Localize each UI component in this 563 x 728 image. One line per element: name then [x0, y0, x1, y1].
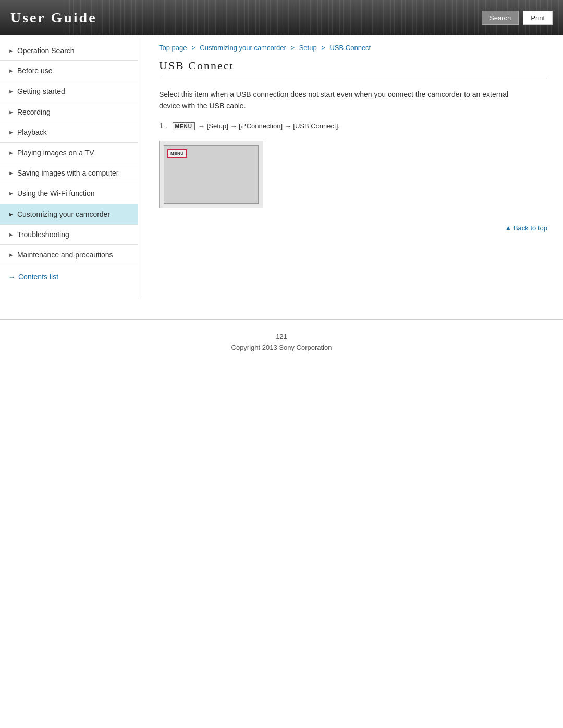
sidebar-item-label: Maintenance and precautions — [17, 250, 113, 260]
sidebar-arrow-icon: ► — [8, 149, 14, 156]
sidebar-arrow-icon: ► — [8, 108, 14, 116]
breadcrumb-sep1: > — [191, 44, 195, 52]
breadcrumb-setup[interactable]: Setup — [299, 44, 317, 52]
sidebar-item-troubleshooting[interactable]: ► Troubleshooting — [0, 225, 138, 245]
sidebar-item-saving-images[interactable]: ► Saving images with a computer — [0, 163, 138, 183]
breadcrumb-sep3: > — [321, 44, 325, 52]
search-button[interactable]: Search — [482, 11, 519, 25]
back-to-top[interactable]: ▲ Back to top — [159, 224, 547, 232]
header-buttons: Search Print — [482, 11, 553, 25]
contents-link-arrow-icon: → — [8, 273, 15, 281]
header: User Guide Search Print — [0, 0, 563, 35]
sidebar-item-label: Playback — [17, 128, 47, 137]
breadcrumb: Top page > Customizing your camcorder > … — [159, 35, 547, 59]
menu-badge: MENU — [173, 122, 195, 130]
sidebar-arrow-icon: ► — [8, 67, 14, 75]
breadcrumb-top[interactable]: Top page — [159, 44, 187, 52]
print-button[interactable]: Print — [523, 11, 553, 25]
sidebar-item-label: Playing images on a TV — [17, 148, 94, 157]
sidebar-arrow-icon: ► — [8, 47, 14, 54]
menu-button-sim: MENU — [167, 149, 187, 158]
sidebar-arrow-icon: ► — [8, 251, 14, 258]
menu-screenshot-inner: MENU — [164, 145, 259, 204]
copyright: Copyright 2013 Sony Corporation — [231, 343, 332, 351]
sidebar-arrow-icon: ► — [8, 231, 14, 238]
sidebar-item-customizing[interactable]: ► Customizing your camcorder — [0, 204, 138, 225]
breadcrumb-customizing[interactable]: Customizing your camcorder — [200, 44, 286, 52]
breadcrumb-current[interactable]: USB Connect — [329, 44, 371, 52]
sidebar-item-operation-search[interactable]: ► Operation Search — [0, 41, 138, 61]
page-description: Select this item when a USB connection d… — [159, 89, 513, 112]
instruction-line: 1 . MENU → [Setup] → [⇄Connection] → [US… — [159, 121, 547, 130]
menu-screenshot: MENU — [159, 141, 263, 208]
back-to-top-arrow-icon: ▲ — [505, 224, 511, 231]
sidebar-item-label: Before use — [17, 66, 53, 76]
sidebar-arrow-icon: ► — [8, 169, 14, 177]
sidebar-item-maintenance[interactable]: ► Maintenance and precautions — [0, 245, 138, 265]
page-title: USB Connect — [159, 59, 547, 78]
sidebar-arrow-icon: ► — [8, 88, 14, 95]
instruction-text: → [Setup] → [⇄Connection] → [USB Connect… — [198, 122, 340, 130]
contents-link-label: Contents list — [18, 273, 58, 281]
sidebar-item-getting-started[interactable]: ► Getting started — [0, 81, 138, 102]
sidebar: ► Operation Search ► Before use ► Gettin… — [0, 35, 138, 299]
sidebar-arrow-icon: ► — [8, 129, 14, 136]
sidebar-item-label: Operation Search — [17, 46, 75, 55]
sidebar-item-label: Troubleshooting — [17, 230, 69, 239]
sidebar-item-label: Recording — [17, 107, 51, 117]
sidebar-item-before-use[interactable]: ► Before use — [0, 61, 138, 81]
instruction-number: 1 . — [159, 121, 167, 130]
sidebar-arrow-icon: ► — [8, 190, 14, 197]
sidebar-item-label: Saving images with a computer — [17, 168, 119, 178]
sidebar-item-label: Using the Wi-Fi function — [17, 189, 95, 198]
sidebar-item-playback[interactable]: ► Playback — [0, 122, 138, 143]
page-number: 121 — [7, 327, 556, 343]
breadcrumb-sep2: > — [290, 44, 295, 52]
sidebar-item-label: Customizing your camcorder — [17, 209, 110, 219]
footer: 121 Copyright 2013 Sony Corporation — [0, 319, 563, 359]
contents-list-link[interactable]: → Contents list — [0, 265, 138, 288]
sidebar-item-wifi[interactable]: ► Using the Wi-Fi function — [0, 183, 138, 204]
sidebar-item-label: Getting started — [17, 87, 65, 96]
app-title: User Guide — [10, 9, 97, 26]
sidebar-item-playing-images-tv[interactable]: ► Playing images on a TV — [0, 143, 138, 163]
layout: ► Operation Search ► Before use ► Gettin… — [0, 35, 563, 299]
back-to-top-label: Back to top — [513, 224, 547, 232]
sidebar-arrow-icon: ► — [8, 211, 14, 218]
sidebar-item-recording[interactable]: ► Recording — [0, 102, 138, 122]
main-content: Top page > Customizing your camcorder > … — [138, 35, 563, 248]
